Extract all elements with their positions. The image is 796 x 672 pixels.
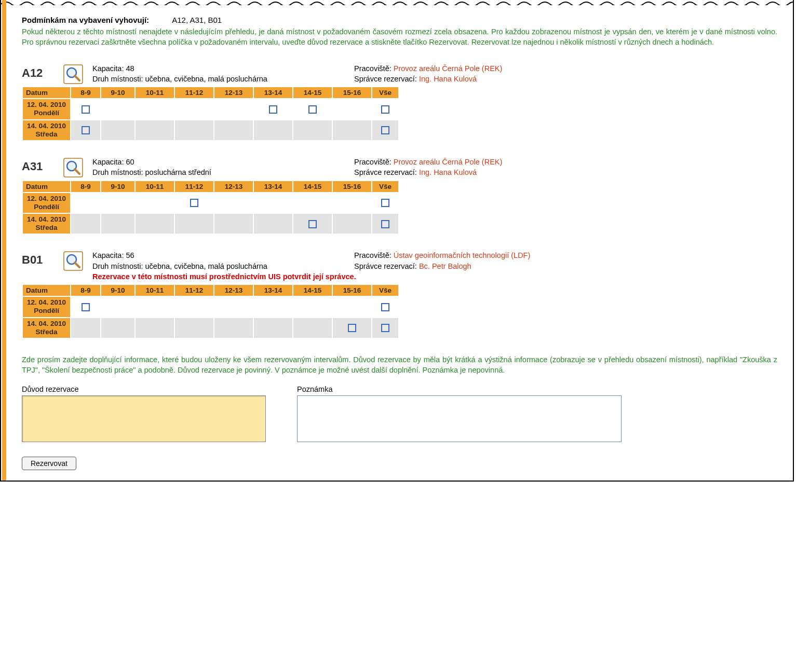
schedule-row: 14. 04. 2010Středa [23,120,398,140]
slot-checkbox[interactable] [348,324,356,332]
slot-checkbox[interactable] [381,105,389,114]
date-cell: 14. 04. 2010Středa [23,318,70,338]
reason-input[interactable] [22,395,266,442]
col-header-time: 11-12 [175,285,213,296]
slot-cell [214,214,253,234]
slot-cell [333,318,371,338]
slot-checkbox[interactable] [381,324,389,332]
schedule-row: 14. 04. 2010Středa [23,214,398,234]
slot-cell [175,193,213,213]
pracoviste-label: Pracoviště: [354,158,392,166]
slot-cell [214,193,253,213]
wavy-top-border [1,0,793,5]
pracoviste-label: Pracoviště: [354,64,392,73]
note-label: Poznámka [297,385,622,393]
room-warning: Rezervace v této místnosti musí prostřed… [92,271,356,282]
spravce-label: Správce rezervací: [354,262,417,270]
slot-cell [293,120,332,140]
slot-checkbox[interactable] [381,199,389,207]
slot-cell [136,193,174,213]
slot-cell [333,120,371,140]
slot-checkbox[interactable] [82,105,90,114]
slot-checkbox[interactable] [82,303,90,311]
col-header-time: 8-9 [71,285,100,296]
slot-cell [372,193,398,213]
slot-cell [71,120,100,140]
room-block: A31 Kapacita: 60 Druh místnosti: posluch… [22,157,777,235]
slot-cell [71,297,100,317]
header-row: Datum8-99-1010-1111-1212-1313-1414-1515-… [23,87,398,98]
slot-checkbox[interactable] [381,126,389,134]
col-header-time: 13-14 [254,87,292,98]
col-header-datum: Datum [23,285,70,296]
kapacita-label: Kapacita: [92,158,124,166]
date-cell: 12. 04. 2010Pondělí [23,193,70,213]
schedule-row: 12. 04. 2010Pondělí [23,99,398,119]
notes-instructions: Zde prosím zadejte doplňující informace,… [22,354,777,376]
kapacita-label: Kapacita: [92,251,124,259]
magnify-icon[interactable] [63,64,83,84]
pracoviste-link[interactable]: Provoz areálu Černá Pole (REK) [394,64,503,73]
kapacita-label: Kapacita: [92,64,124,73]
slot-checkbox[interactable] [308,220,317,228]
slot-cell [101,297,134,317]
col-header-time: 12-13 [214,181,253,192]
col-header-time: 15-16 [333,181,371,192]
slot-cell [71,318,100,338]
slot-cell [333,214,371,234]
col-header-time: 8-9 [71,87,100,98]
kapacita-value: 60 [126,158,134,166]
pracoviste-link[interactable]: Provoz areálu Černá Pole (REK) [394,158,503,166]
schedule-row: 12. 04. 2010Pondělí [23,193,398,213]
slot-cell [136,214,174,234]
col-header-time: 13-14 [254,181,292,192]
slot-cell [254,318,292,338]
slot-checkbox[interactable] [190,199,198,207]
date-cell: 12. 04. 2010Pondělí [23,297,70,317]
slot-cell [254,99,292,119]
slot-cell [101,214,134,234]
slot-cell [372,99,398,119]
spravce-link[interactable]: Ing. Hana Kulová [419,75,477,83]
header-row: Datum8-99-1010-1111-1212-1313-1414-1515-… [23,285,398,296]
pracoviste-link[interactable]: Ústav geoinformačních technologií (LDF) [394,251,531,259]
slot-cell [175,318,213,338]
slot-cell [136,120,174,140]
spravce-link[interactable]: Ing. Hana Kulová [419,168,477,176]
slot-cell [293,193,332,213]
slot-cell [71,193,100,213]
kapacita-value: 48 [126,64,134,73]
druh-label: Druh místnosti: [92,168,143,176]
slot-cell [175,120,213,140]
slot-cell [254,193,292,213]
col-header-time: 13-14 [254,285,292,296]
slot-checkbox[interactable] [82,126,90,134]
magnify-icon[interactable] [63,251,83,271]
slot-cell [101,99,134,119]
slot-cell [293,99,332,119]
page-container: Podmínkám na vybavení vyhovují: A12, A31… [0,0,794,482]
reserve-button[interactable]: Rezervovat [22,457,76,470]
slot-cell [71,99,100,119]
spravce-link[interactable]: Bc. Petr Balogh [419,262,471,270]
magnify-icon[interactable] [63,158,83,177]
slot-cell [214,318,253,338]
slot-cell [293,297,332,317]
note-input[interactable] [297,395,622,442]
slot-cell [372,297,398,317]
col-header-datum: Datum [23,87,70,98]
slot-checkbox[interactable] [381,303,389,311]
slot-checkbox[interactable] [381,220,389,228]
druh-value: učebna, cvičebna, malá posluchárna [145,75,267,83]
slot-cell [254,297,292,317]
room-code: A31 [22,157,63,178]
slot-checkbox[interactable] [308,105,317,114]
slot-checkbox[interactable] [269,105,277,114]
col-header-time: 10-11 [136,285,174,296]
col-header-time: 9-10 [101,181,134,192]
schedule-row: 14. 04. 2010Středa [23,318,398,338]
intro-text: Pokud některou z těchto místností nenajd… [22,26,777,48]
slot-cell [254,214,292,234]
room-code: A12 [22,63,63,85]
col-header-time: 11-12 [175,181,213,192]
